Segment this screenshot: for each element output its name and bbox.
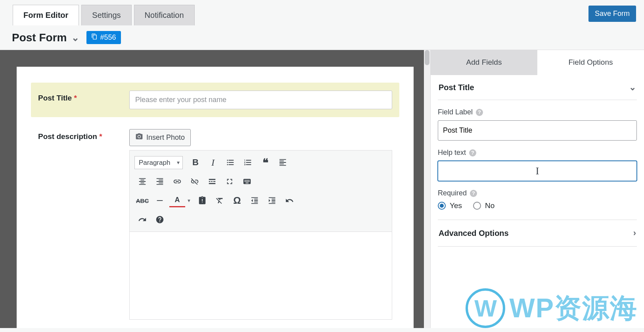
help-text-input[interactable] (438, 161, 637, 181)
group-help-text: Help text ? I (438, 149, 637, 181)
link-button[interactable] (169, 174, 185, 189)
tab-notification[interactable]: Notification (134, 5, 195, 25)
post-title-input[interactable] (129, 91, 392, 109)
label-text: Required (438, 189, 467, 197)
blockquote-button[interactable]: ❝ (257, 154, 273, 170)
radio-label: No (485, 201, 494, 210)
special-char-button[interactable]: Ω (229, 193, 245, 208)
form-canvas: Post Title * Post description * (0, 50, 430, 328)
tab-form-editor[interactable]: Form Editor (13, 5, 79, 25)
title-row: Post Form ⌄ #556 (0, 25, 644, 50)
form-id-badge[interactable]: #556 (86, 31, 121, 44)
rich-editor: Paragraph B I ❝ (129, 150, 392, 320)
wordpress-logo-icon: W (466, 288, 505, 328)
chevron-right-icon: › (633, 228, 636, 238)
align-left-button[interactable] (275, 154, 291, 170)
bullet-list-button[interactable] (222, 154, 238, 170)
help-icon[interactable]: ? (469, 149, 476, 156)
number-list-button[interactable] (240, 154, 256, 170)
unlink-button[interactable] (187, 174, 203, 189)
field-label: Post Title * (38, 91, 121, 109)
field-label: Post description * (38, 129, 121, 141)
help-button[interactable] (152, 212, 168, 228)
top-bar: Form Editor Settings Notification Save F… (0, 0, 644, 25)
group-required: Required ? Yes No (438, 189, 637, 210)
group-field-label: Field Label ? (438, 108, 637, 141)
required-radio-group: Yes No (438, 201, 637, 210)
required-star: * (74, 94, 77, 102)
insert-more-button[interactable] (204, 174, 220, 189)
align-right-button[interactable] (152, 174, 168, 189)
main-tabs: Form Editor Settings Notification (13, 5, 195, 25)
svg-rect-0 (157, 200, 163, 201)
help-icon[interactable]: ? (470, 190, 477, 197)
watermark-text: WP资源海 (509, 290, 638, 326)
radio-label: Yes (450, 201, 462, 210)
main-layout: Post Title * Post description * (0, 50, 644, 328)
label-text: Post Title (38, 94, 72, 102)
align-center-button[interactable] (134, 174, 150, 189)
canvas-inner: Post Title * Post description * (17, 67, 414, 328)
undo-button[interactable] (282, 193, 297, 208)
label-text: Help text (438, 149, 466, 157)
scrollbar-thumb[interactable] (425, 50, 429, 65)
label-help-text: Help text ? (438, 149, 637, 157)
indent-button[interactable] (264, 193, 280, 208)
tab-settings[interactable]: Settings (81, 5, 131, 25)
chevron-down-icon: ⌄ (71, 32, 79, 43)
redo-button[interactable] (134, 212, 150, 228)
insert-photo-label: Insert Photo (146, 133, 185, 142)
chevron-down-icon[interactable]: ▼ (185, 198, 193, 203)
form-title-dropdown[interactable]: Post Form ⌄ (12, 31, 79, 44)
text-color-button[interactable]: A (169, 194, 185, 207)
fullscreen-button[interactable] (222, 174, 238, 189)
outdent-button[interactable] (247, 193, 263, 208)
italic-button[interactable]: I (205, 154, 221, 170)
label-field-label: Field Label ? (438, 108, 637, 116)
radio-icon (473, 202, 481, 210)
radio-icon (438, 202, 446, 210)
clear-formatting-button[interactable] (212, 193, 228, 208)
field-label-input[interactable] (438, 120, 637, 141)
form-id-text: #556 (100, 33, 116, 42)
section-title-text: Post Title (439, 83, 474, 92)
insert-photo-button[interactable]: Insert Photo (129, 129, 191, 146)
sidebar-tabs: Add Fields Field Options (431, 50, 644, 75)
tab-add-fields[interactable]: Add Fields (431, 50, 537, 75)
sidebar: Add Fields Field Options Post Title ⌄ Fi… (430, 50, 644, 328)
editor-wrap: Insert Photo Paragraph B (129, 129, 392, 320)
label-text: Field Label (438, 108, 473, 116)
strikethrough-button[interactable]: ABC (134, 193, 150, 208)
tab-field-options[interactable]: Field Options (537, 50, 644, 75)
editor-content-area[interactable] (130, 232, 392, 319)
form-name-text: Post Form (12, 31, 67, 44)
radio-required-yes[interactable]: Yes (438, 201, 462, 210)
chevron-down-icon: ⌄ (629, 82, 636, 93)
horizontal-rule-button[interactable] (152, 193, 168, 208)
section-post-title[interactable]: Post Title ⌄ (438, 75, 637, 100)
watermark: W WP资源海 (466, 288, 638, 328)
paste-text-button[interactable] (194, 193, 210, 208)
section-advanced-options[interactable]: Advanced Options › (438, 220, 637, 247)
save-form-button[interactable]: Save Form (588, 6, 636, 22)
field-post-title[interactable]: Post Title * (31, 83, 399, 117)
bold-button[interactable]: B (188, 154, 203, 170)
copy-icon (91, 33, 98, 42)
required-star: * (99, 132, 102, 141)
camera-icon (135, 133, 143, 143)
label-text: Post description (38, 132, 97, 141)
editor-toolbar: Paragraph B I ❝ (130, 151, 392, 232)
paragraph-select[interactable]: Paragraph (134, 156, 183, 169)
radio-required-no[interactable]: No (473, 201, 494, 210)
field-input-wrap (129, 91, 392, 109)
field-post-description[interactable]: Post description * Insert Photo (31, 121, 399, 328)
help-icon[interactable]: ? (476, 109, 483, 116)
advanced-label-text: Advanced Options (439, 229, 509, 238)
label-required: Required ? (438, 189, 637, 197)
scrollbar[interactable] (424, 50, 430, 328)
keyboard-button[interactable] (239, 174, 255, 189)
